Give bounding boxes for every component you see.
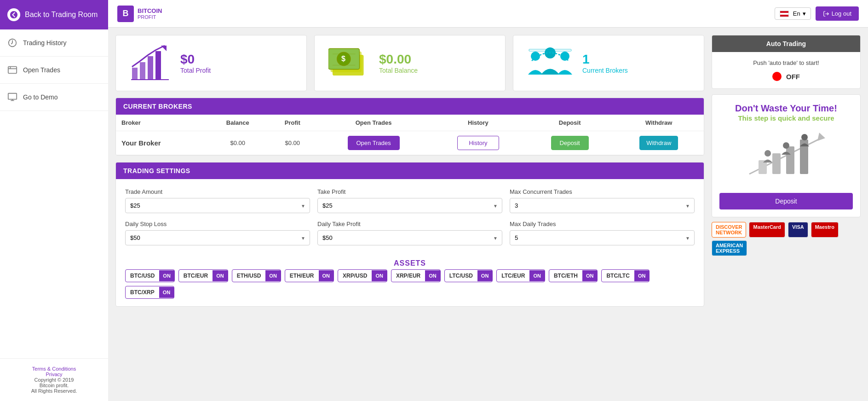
asset-btn-xrp-eur[interactable]: XRP/EURON [391, 269, 441, 282]
open-trades-label: Open Trades [23, 66, 60, 74]
asset-toggle: ON [159, 287, 174, 298]
promo-subline: This step is quick and secure [719, 114, 853, 122]
asset-name: BTC/XRP [126, 286, 159, 298]
daily-take-profit-select[interactable]: $50$100 [317, 230, 502, 245]
field-max-daily-trades: Max Daily Trades 51020 [510, 221, 695, 245]
asset-btn-btc-ltc[interactable]: BTC/LTCON [601, 269, 650, 282]
logo: B BITCOIN PROFIT [117, 6, 162, 22]
table-row: Your Broker $0.00 $0.00 Open Trades Hist… [116, 131, 704, 155]
language-selector[interactable]: En ▾ [775, 7, 811, 20]
svg-rect-5 [8, 93, 17, 99]
col-open-trades: Open Trades [316, 115, 431, 131]
brokers-icon [527, 45, 573, 81]
brokers-label: Current Brokers [582, 67, 628, 74]
sidebar-item-trading-history[interactable]: Trading History [0, 29, 108, 57]
sidebar: Back to Trading Room Trading History Ope… [0, 0, 108, 401]
asset-toggle: ON [477, 270, 493, 281]
svg-text:$: $ [341, 54, 345, 63]
auto-trading-card: Auto Trading Push 'auto trade' to start!… [712, 35, 861, 89]
payment-maestro: Maestro [811, 222, 839, 238]
sidebar-navigation: Trading History Open Trades Go to Demo [0, 29, 108, 358]
main-area: B BITCOIN PROFIT En ▾ Log out [108, 0, 868, 401]
svg-point-34 [783, 142, 789, 149]
max-concurrent-select[interactable]: 3510 [510, 198, 695, 213]
back-to-trading-room-button[interactable]: Back to Trading Room [0, 0, 108, 29]
header: B BITCOIN PROFIT En ▾ Log out [108, 0, 868, 28]
asset-toggle: ON [213, 270, 228, 281]
sidebar-item-go-to-demo[interactable]: Go to Demo [0, 84, 108, 111]
header-right: En ▾ Log out [775, 6, 859, 21]
payment-discover: DISCOVERNETWORK [712, 222, 746, 238]
settings-section: TRADING SETTINGS Trade Amount $25$50$100… [115, 162, 704, 307]
stat-card-profit: $0 Total Profit [115, 35, 307, 91]
deposit-button[interactable]: Deposit [551, 136, 589, 150]
asset-btn-btc-usd[interactable]: BTC/USDON [125, 269, 175, 282]
promo-headline: Don't Waste Your Time! [719, 102, 853, 114]
col-withdraw: Withdraw [614, 115, 704, 131]
asset-toggle: ON [425, 270, 440, 281]
asset-name: ETH/USD [232, 270, 266, 282]
profit-label: Total Profit [180, 67, 211, 74]
asset-name: BTC/ETH [549, 270, 582, 282]
take-profit-wrapper: $25$50 [317, 198, 502, 213]
promo-deposit-button[interactable]: Deposit [719, 193, 853, 209]
payment-methods-row: DISCOVERNETWORK MasterCard VISA Maestro … [712, 222, 861, 256]
withdraw-button[interactable]: Withdraw [639, 136, 678, 150]
company-name: Bitcoin profit. [40, 383, 69, 388]
logout-icon [823, 11, 829, 17]
broker-name: Your Broker [116, 131, 207, 155]
trade-amount-label: Trade Amount [125, 188, 310, 195]
col-history: History [431, 115, 526, 131]
asset-name: XRP/EUR [391, 270, 425, 282]
trade-amount-wrapper: $25$50$100 [125, 198, 310, 213]
sidebar-item-open-trades[interactable]: Open Trades [0, 57, 108, 84]
asset-toggle: ON [529, 270, 545, 281]
asset-btn-ltc-usd[interactable]: LTC/USDON [444, 269, 493, 282]
daily-stop-loss-select[interactable]: $50$100 [125, 230, 310, 245]
stat-card-balance: $ $0.00 Total Balance [314, 35, 506, 91]
logo-icon: B [117, 6, 134, 22]
history-button[interactable]: History [457, 136, 499, 150]
asset-btn-eth-usd[interactable]: ETH/USDON [232, 269, 281, 282]
assets-grid: BTC/USDONBTC/EURONETH/USDONETH/EURONXRP/… [116, 269, 704, 306]
history-icon [7, 38, 17, 48]
demo-label: Go to Demo [23, 93, 57, 101]
asset-btn-btc-eth[interactable]: BTC/ETHON [549, 269, 598, 282]
take-profit-select[interactable]: $25$50 [317, 198, 502, 213]
asset-toggle: ON [265, 270, 281, 281]
right-panel: Auto Trading Push 'auto trade' to start!… [712, 28, 868, 401]
asset-btn-ltc-eur[interactable]: LTC/EURON [496, 269, 545, 282]
svg-rect-10 [140, 62, 145, 79]
balance-text: $0.00 Total Balance [379, 52, 418, 74]
brokers-section: CURRENT BROKERS Broker Balance Profit Op… [115, 98, 704, 156]
terms-link[interactable]: Terms & Conditions [32, 366, 76, 372]
logout-button[interactable]: Log out [816, 6, 859, 21]
auto-trading-body: Push 'auto trade' to start! OFF [712, 52, 860, 88]
brokers-section-header: CURRENT BROKERS [116, 98, 704, 115]
chevron-down-icon: ▾ [803, 10, 806, 17]
asset-btn-eth-eur[interactable]: ETH/EURON [285, 269, 334, 282]
asset-btn-btc-eur[interactable]: BTC/EURON [178, 269, 228, 282]
svg-rect-9 [132, 68, 138, 79]
asset-btn-btc-xrp[interactable]: BTC/XRPON [125, 286, 174, 299]
privacy-link[interactable]: Privacy [46, 372, 62, 377]
trading-history-label: Trading History [23, 39, 66, 46]
daily-stop-loss-wrapper: $50$100 [125, 230, 310, 245]
col-deposit: Deposit [526, 115, 614, 131]
profit-text: $0 Total Profit [180, 52, 211, 74]
max-daily-trades-select[interactable]: 51020 [510, 230, 695, 245]
col-broker: Broker [116, 115, 207, 131]
max-concurrent-label: Max Concurrent Trades [510, 188, 695, 195]
col-balance: Balance [207, 115, 268, 131]
rights: All Rights Reserved. [31, 388, 77, 394]
settings-section-header: TRADING SETTINGS [116, 163, 704, 179]
payment-mastercard: MasterCard [749, 222, 785, 238]
asset-name: BTC/USD [126, 270, 159, 282]
trade-amount-select[interactable]: $25$50$100 [125, 198, 310, 213]
promo-image [719, 126, 853, 186]
brokers-value: 1 [582, 52, 590, 67]
asset-btn-xrp-usd[interactable]: XRP/USDON [338, 269, 387, 282]
svg-rect-11 [148, 56, 153, 79]
open-trades-button[interactable]: Open Trades [348, 136, 400, 150]
demo-icon [7, 92, 17, 102]
